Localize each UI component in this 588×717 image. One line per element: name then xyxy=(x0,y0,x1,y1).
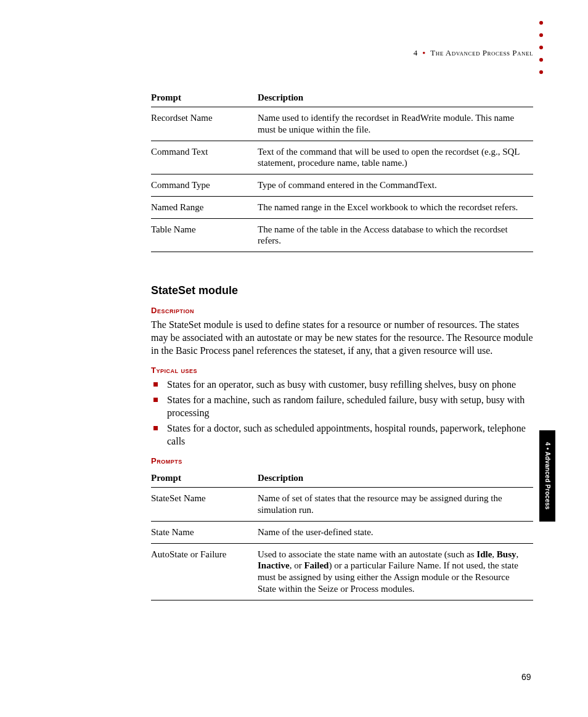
text: , xyxy=(517,549,519,559)
table-row: Command Text Text of the command that wi… xyxy=(151,141,533,174)
table-row: AutoState or Failure Used to associate t… xyxy=(151,543,533,600)
description-body: The StateSet module is used to define st… xyxy=(151,319,533,357)
table-row: Named Range The named range in the Excel… xyxy=(151,196,533,218)
table-row: Table Name The name of the table in the … xyxy=(151,218,533,252)
recordset-prompts-table: Prompt Description Recordset Name Name u… xyxy=(151,89,533,252)
bold-term: Idle xyxy=(476,549,492,559)
running-header: 4 • The Advanced Process Panel xyxy=(151,48,533,58)
desc-cell: The named range in the Excel workbook to… xyxy=(258,196,533,218)
text: , xyxy=(492,549,497,559)
page-number: 69 xyxy=(521,672,531,682)
prompts-heading: Prompts xyxy=(151,456,533,465)
col-header-description: Description xyxy=(258,89,533,107)
table-row: State Name Name of the user-defined stat… xyxy=(151,521,533,543)
stateset-prompts-table: Prompt Description StateSet Name Name of… xyxy=(151,469,533,600)
desc-cell: Name used to identify the recordset in R… xyxy=(258,107,533,141)
list-item: States for an operator, such as busy wit… xyxy=(151,379,533,391)
typical-uses-list: States for an operator, such as busy wit… xyxy=(151,379,533,448)
col-header-description: Description xyxy=(258,469,533,488)
bold-term: Busy xyxy=(497,549,517,559)
table-row: Command Type Type of command entered in … xyxy=(151,174,533,197)
prompt-cell: Command Type xyxy=(151,174,258,197)
table-row: Recordset Name Name used to identify the… xyxy=(151,107,533,141)
desc-cell: Name of set of states that the resource … xyxy=(258,488,533,522)
prompt-cell: AutoState or Failure xyxy=(151,543,258,600)
bullet-separator: • xyxy=(420,48,428,57)
list-item: States for a machine, such as random fai… xyxy=(151,394,533,420)
col-header-prompt: Prompt xyxy=(151,469,258,488)
prompt-cell: StateSet Name xyxy=(151,488,258,522)
side-tab: 4 • Advanced Process xyxy=(539,430,555,522)
page-content: 4 • The Advanced Process Panel Prompt De… xyxy=(151,25,533,600)
prompt-cell: Command Text xyxy=(151,141,258,174)
desc-cell: Name of the user-defined state. xyxy=(258,521,533,543)
desc-cell: Type of command entered in the CommandTe… xyxy=(258,174,533,197)
prompt-cell: Table Name xyxy=(151,218,258,252)
text: , or xyxy=(290,560,304,570)
table-row: StateSet Name Name of set of states that… xyxy=(151,488,533,522)
desc-cell: Text of the command that will be used to… xyxy=(258,141,533,174)
col-header-prompt: Prompt xyxy=(151,89,258,107)
chapter-number: 4 xyxy=(414,48,418,57)
desc-cell: The name of the table in the Access data… xyxy=(258,218,533,252)
prompt-cell: Named Range xyxy=(151,196,258,218)
prompt-cell: State Name xyxy=(151,521,258,543)
bold-term: Failed xyxy=(304,560,329,570)
decorative-dots xyxy=(539,21,543,74)
bold-term: Inactive xyxy=(258,560,290,570)
chapter-title: The Advanced Process Panel xyxy=(430,48,533,57)
module-title: StateSet module xyxy=(151,284,533,297)
desc-cell: Used to associate the state name with an… xyxy=(258,543,533,600)
typical-uses-heading: Typical uses xyxy=(151,366,533,375)
list-item: States for a doctor, such as scheduled a… xyxy=(151,422,533,448)
text: Used to associate the state name with an… xyxy=(258,549,476,559)
prompt-cell: Recordset Name xyxy=(151,107,258,141)
description-heading: Description xyxy=(151,306,533,315)
